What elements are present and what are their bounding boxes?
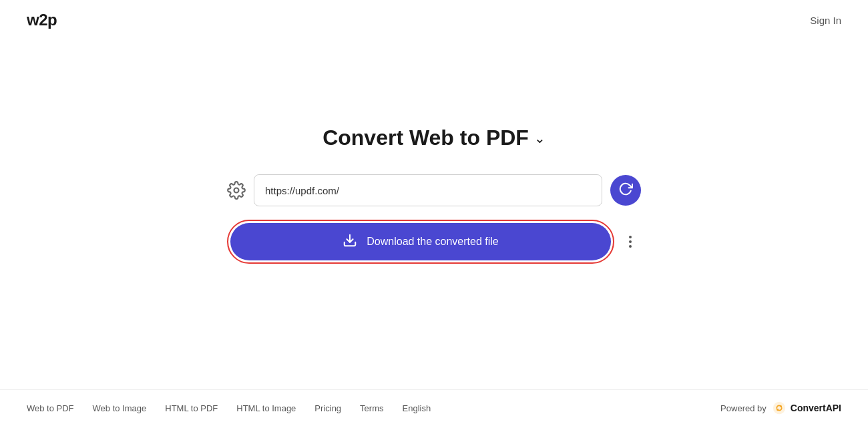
footer-nav: Web to PDF Web to Image HTML to PDF HTML… — [27, 403, 431, 413]
convert-api-logo: ConvertAPI — [772, 401, 841, 415]
terms-link[interactable]: Terms — [360, 403, 383, 413]
convert-api-icon — [772, 401, 787, 415]
svg-point-0 — [234, 188, 239, 193]
download-button[interactable]: Download the converted file — [230, 223, 611, 260]
gear-icon[interactable] — [227, 181, 246, 200]
main-title: Convert Web to PDF — [322, 126, 529, 150]
sign-in-link[interactable]: Sign In — [810, 15, 841, 26]
download-button-wrapper: Download the converted file — [227, 220, 614, 264]
web-to-pdf-link[interactable]: Web to PDF — [27, 403, 74, 413]
main-content: Convert Web to PDF ⌄ — [0, 40, 868, 389]
download-icon — [343, 233, 357, 251]
language-link[interactable]: English — [403, 403, 431, 413]
web-to-image-link[interactable]: Web to Image — [93, 403, 147, 413]
header: w2p Sign In — [0, 0, 868, 40]
download-label: Download the converted file — [367, 236, 498, 248]
pricing-link[interactable]: Pricing — [314, 403, 341, 413]
html-to-pdf-link[interactable]: HTML to PDF — [165, 403, 218, 413]
dot-3 — [629, 245, 632, 248]
refresh-icon — [618, 182, 633, 200]
powered-by: Powered by ConvertAPI — [720, 401, 841, 415]
dot-1 — [629, 236, 632, 238]
input-row — [227, 174, 641, 206]
svg-point-2 — [773, 402, 785, 414]
chevron-down-icon[interactable]: ⌄ — [534, 130, 546, 146]
download-row: Download the converted file — [227, 220, 641, 264]
refresh-button[interactable] — [610, 175, 641, 206]
convert-api-brand-name: ConvertAPI — [791, 403, 841, 413]
footer: Web to PDF Web to Image HTML to PDF HTML… — [0, 389, 868, 426]
url-input[interactable] — [254, 174, 602, 206]
html-to-image-link[interactable]: HTML to Image — [236, 403, 296, 413]
title-row: Convert Web to PDF ⌄ — [322, 126, 546, 150]
powered-by-label: Powered by — [720, 403, 767, 413]
logo: w2p — [27, 11, 57, 29]
more-options-button[interactable] — [620, 231, 641, 252]
dot-2 — [629, 240, 632, 243]
